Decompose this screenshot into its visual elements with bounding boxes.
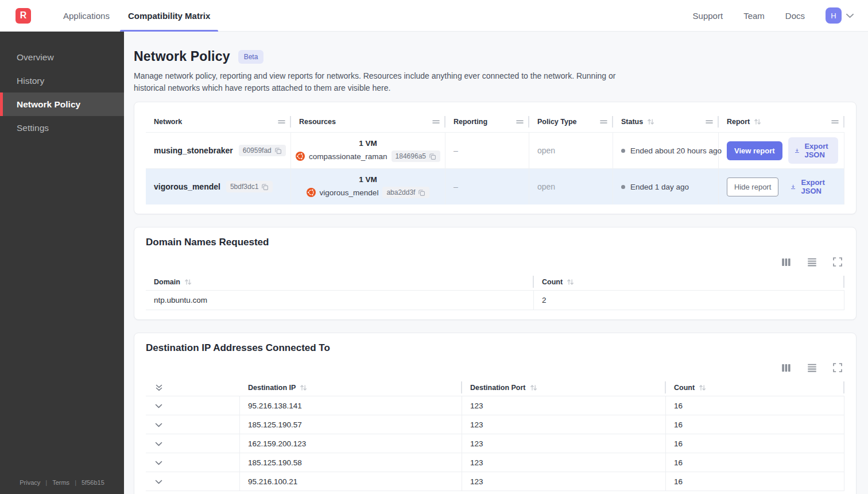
chevron-down-icon: [155, 403, 162, 408]
nav-link-team[interactable]: Team: [743, 11, 765, 21]
destination-ip-cell: 162.159.200.123: [240, 434, 462, 453]
column-drag-icon[interactable]: [831, 119, 839, 124]
network-cell: vigorous_mendel 5bdf3dc1: [146, 169, 291, 204]
footer-divider: |: [75, 479, 76, 486]
resource-name[interactable]: compassionate_raman: [309, 152, 388, 161]
fullscreen-icon[interactable]: [833, 363, 842, 372]
column-drag-icon[interactable]: [706, 119, 713, 124]
sort-icon[interactable]: [647, 118, 654, 125]
avatar[interactable]: H: [826, 7, 842, 24]
table-toolbar: [148, 257, 842, 267]
destination-row: 185.125.190.57 123 16: [146, 415, 844, 434]
nav-tab-compatibility-matrix[interactable]: Compatibility Matrix: [119, 0, 219, 32]
destination-row: 185.125.190.58 123 16: [146, 453, 844, 472]
column-header-report[interactable]: Report: [719, 111, 844, 132]
resource-name[interactable]: vigorous_mendel: [320, 188, 379, 197]
terms-link[interactable]: Terms: [52, 479, 69, 486]
export-json-button[interactable]: Export JSON: [784, 173, 836, 200]
status-cell: Ended 1 day ago: [613, 169, 719, 204]
count-cell: 16: [666, 472, 844, 491]
sort-icon[interactable]: [530, 384, 537, 391]
resources-cell: 1 VM vigorous_mendel aba2dd3f: [291, 169, 445, 204]
status-text: Ended 1 day ago: [630, 183, 689, 191]
sidebar-item-network-policy[interactable]: Network Policy: [0, 92, 124, 116]
domain-names-card: Domain Names Requested Domain Count ntp.…: [134, 227, 857, 320]
row-expander[interactable]: [146, 453, 240, 472]
copy-icon[interactable]: [261, 183, 269, 191]
export-json-button[interactable]: Export JSON: [788, 137, 838, 164]
columns-icon[interactable]: [781, 258, 791, 267]
nav-tab-applications[interactable]: Applications: [54, 0, 119, 32]
network-name[interactable]: vigorous_mendel: [154, 182, 220, 191]
sort-icon[interactable]: [567, 279, 574, 285]
count-cell: 16: [666, 453, 844, 472]
column-header-policy-type[interactable]: Policy Type: [529, 111, 613, 132]
column-header-domain[interactable]: Domain: [146, 273, 534, 290]
count-cell: 16: [666, 396, 844, 415]
columns-icon[interactable]: [781, 364, 791, 372]
list-icon[interactable]: [807, 364, 817, 372]
network-id-badge: 5bdf3dc1: [226, 181, 273, 192]
report-cell: Hide report Export JSON: [719, 169, 844, 204]
view-report-button[interactable]: View report: [727, 141, 782, 160]
column-header-count[interactable]: Count: [666, 379, 844, 396]
column-header-network[interactable]: Network: [146, 111, 291, 132]
nav-link-docs[interactable]: Docs: [785, 11, 805, 21]
vm-count: 1 VM: [359, 175, 377, 184]
sort-icon[interactable]: [754, 118, 761, 125]
row-expander[interactable]: [146, 415, 240, 434]
count-cell: 2: [534, 291, 844, 310]
destination-port-cell: 123: [462, 453, 666, 472]
network-id: 5bdf3dc1: [230, 183, 258, 191]
column-header-status[interactable]: Status: [613, 111, 719, 132]
copy-icon[interactable]: [418, 189, 425, 196]
sidebar-item-settings[interactable]: Settings: [0, 116, 124, 140]
row-expander[interactable]: [146, 434, 240, 453]
count-cell: 16: [666, 415, 844, 434]
column-label: Destination Port: [470, 384, 526, 392]
nav-link-support[interactable]: Support: [693, 11, 723, 21]
sort-icon[interactable]: [300, 384, 307, 391]
privacy-link[interactable]: Privacy: [20, 479, 40, 486]
column-header-destination-ip[interactable]: Destination IP: [240, 379, 462, 396]
user-menu[interactable]: H: [826, 7, 854, 24]
destination-ip-cell: 95.216.100.21: [240, 472, 462, 491]
hide-report-button[interactable]: Hide report: [727, 177, 778, 196]
row-expander[interactable]: [146, 396, 240, 415]
copy-icon[interactable]: [429, 153, 436, 160]
sidebar: Overview History Network Policy Settings…: [0, 32, 124, 494]
domains-table-header: Domain Count: [146, 273, 844, 290]
sidebar-footer: Privacy | Terms | 5f56b15: [0, 479, 124, 494]
sort-icon[interactable]: [699, 384, 706, 391]
column-header-count[interactable]: Count: [534, 273, 844, 290]
column-drag-icon[interactable]: [432, 119, 440, 124]
column-header-resources[interactable]: Resources: [291, 111, 445, 132]
row-expander[interactable]: [146, 472, 240, 491]
destination-row: 95.216.100.21 123 16: [146, 472, 844, 491]
column-header-reporting[interactable]: Reporting: [445, 111, 529, 132]
download-icon: [795, 146, 800, 155]
sidebar-item-history[interactable]: History: [0, 69, 124, 92]
reporting-cell: –: [445, 133, 529, 168]
network-name[interactable]: musing_stonebraker: [154, 146, 233, 155]
fullscreen-icon[interactable]: [833, 257, 842, 267]
clipped-row: [146, 491, 844, 494]
copy-icon[interactable]: [274, 147, 282, 155]
app-logo[interactable]: R: [16, 8, 31, 24]
network-cell: musing_stonebraker 60959fad: [146, 133, 291, 168]
sidebar-item-overview[interactable]: Overview: [0, 45, 124, 69]
chevron-down-icon: [155, 422, 162, 427]
list-icon[interactable]: [807, 258, 817, 267]
status-text: Ended about 20 hours ago: [630, 146, 722, 155]
column-drag-icon[interactable]: [600, 119, 607, 124]
column-drag-icon[interactable]: [516, 119, 524, 124]
column-drag-icon[interactable]: [278, 119, 285, 124]
reporting-cell: –: [445, 169, 529, 204]
count-cell: 16: [666, 434, 844, 453]
beta-badge: Beta: [238, 50, 264, 64]
expand-all-icon[interactable]: [146, 379, 240, 396]
sort-icon[interactable]: [184, 279, 192, 285]
destination-port-cell: 123: [462, 434, 666, 453]
column-header-destination-port[interactable]: Destination Port: [462, 379, 666, 396]
column-label: Count: [542, 278, 563, 286]
